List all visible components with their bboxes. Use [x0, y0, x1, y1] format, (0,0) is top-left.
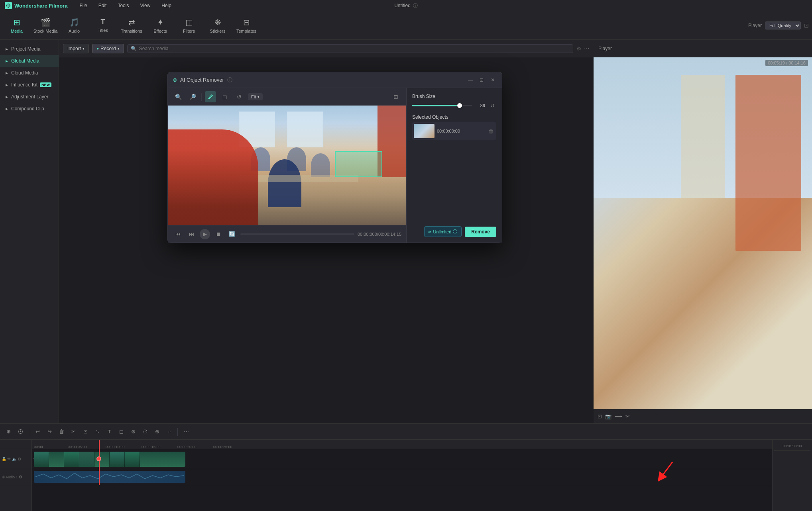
- track-eye-icon[interactable]: 👁: [7, 457, 11, 461]
- vc-stop[interactable]: ⏹: [213, 229, 224, 239]
- sidebar-project-media-label: Project Media: [11, 46, 40, 52]
- brush-slider-row: 86 ↺: [412, 102, 496, 110]
- tl-mask[interactable]: ◻: [116, 427, 126, 437]
- toolbar-transitions-label: Transitions: [121, 29, 142, 33]
- menu-help[interactable]: Help: [159, 2, 174, 9]
- stickers-icon: ❋: [214, 18, 221, 27]
- video-track-controls: 🔒 👁 🔈 ⚙: [0, 449, 31, 469]
- sidebar-compound-clip[interactable]: ▶ Compound Clip: [0, 103, 59, 115]
- vt-reset[interactable]: ↺: [234, 91, 245, 102]
- filter-icon[interactable]: ⚙: [576, 45, 582, 52]
- unlimited-info-icon[interactable]: ⓘ: [453, 229, 457, 235]
- tl-speed[interactable]: ⏱: [140, 427, 150, 437]
- toolbar-templates[interactable]: ⊟ Templates: [233, 14, 260, 37]
- tl-split[interactable]: ⇋: [92, 427, 102, 437]
- vc-timeline-bar[interactable]: [240, 233, 354, 235]
- sidebar-cloud-media[interactable]: ▶ Cloud Media: [0, 67, 59, 79]
- tl-more[interactable]: ⋯: [181, 427, 191, 437]
- transitions-icon: ⇄: [128, 18, 135, 27]
- tl-magnet[interactable]: ⦿: [15, 427, 26, 437]
- preview-footer-icon-fit[interactable]: ⊡: [598, 413, 602, 419]
- menu-file[interactable]: File: [77, 2, 89, 9]
- vt-fit-dropdown[interactable]: Fit ▾: [248, 93, 263, 100]
- timeline: ⊕ ⦿ ↩ ↪ 🗑 ✂ ⊡ ⇋ T ◻ ⊛ ⏱ ⊕ ↔ ⋯ 🔒 👁 🔈 ⚙: [0, 423, 812, 511]
- toolbar-audio[interactable]: 🎵 Audio: [61, 14, 88, 37]
- toolbar-effects[interactable]: ✦ Effects: [147, 14, 174, 37]
- tl-delete[interactable]: 🗑: [56, 427, 67, 437]
- track-audio-icon[interactable]: 🔈: [12, 457, 17, 461]
- vt-brush[interactable]: [205, 91, 216, 102]
- menu-edit[interactable]: Edit: [96, 2, 109, 9]
- vt-fullscreen[interactable]: ⊡: [390, 91, 401, 102]
- brush-value: 86: [476, 103, 485, 108]
- tl-cut[interactable]: ✂: [68, 427, 79, 437]
- preview-footer-icon-forward[interactable]: ⟶: [615, 413, 622, 419]
- sidebar-global-media-label: Global Media: [11, 58, 39, 64]
- unlimited-icon: ∞: [429, 229, 432, 234]
- window-controls-icon[interactable]: ⊡: [804, 22, 809, 29]
- vc-skip-back[interactable]: ⏮: [173, 229, 183, 239]
- record-button[interactable]: ● Record ▾: [92, 44, 124, 53]
- import-button[interactable]: Import ▾: [63, 44, 89, 53]
- ai-selection-box: [335, 151, 383, 177]
- vt-sep-1: [201, 93, 202, 101]
- sidebar-global-media[interactable]: ▶ Global Media: [0, 55, 59, 67]
- track-area: Video 1: [32, 449, 772, 511]
- toolbar-transitions[interactable]: ⇄ Transitions: [118, 14, 145, 37]
- quality-select[interactable]: Full Quality 1/2 Quality 1/4 Quality: [765, 22, 801, 29]
- more-icon[interactable]: ⋯: [584, 45, 590, 52]
- brush-reset-btn[interactable]: ↺: [488, 102, 496, 110]
- brush-slider[interactable]: [412, 105, 472, 106]
- search-box[interactable]: 🔍: [127, 44, 573, 53]
- vt-eraser[interactable]: ◻: [219, 91, 230, 102]
- sidebar-project-media[interactable]: ▶ Project Media: [0, 43, 59, 55]
- toolbar-titles[interactable]: T Titles: [89, 14, 116, 37]
- unlimited-label: Unlimited: [433, 229, 451, 234]
- tl-crop[interactable]: ⊡: [80, 427, 90, 437]
- preview-footer-icon-clip[interactable]: ✂: [625, 413, 630, 419]
- search-input[interactable]: [139, 46, 570, 51]
- vc-play[interactable]: ▶: [200, 229, 210, 239]
- tl-stabilize[interactable]: ⊛: [128, 427, 138, 437]
- toolbar-stock[interactable]: 🎬 Stock Media: [32, 14, 59, 37]
- fit-label: Fit: [251, 94, 256, 99]
- remove-button[interactable]: Remove: [465, 227, 496, 237]
- audio-settings-icon[interactable]: ⚙: [19, 475, 22, 479]
- dialog-minimize-btn[interactable]: —: [466, 76, 475, 84]
- track-lock-icon[interactable]: 🔒: [2, 457, 6, 461]
- menu-view[interactable]: View: [138, 2, 153, 9]
- video-clip[interactable]: [34, 452, 185, 467]
- dialog-close-btn[interactable]: ✕: [488, 76, 497, 84]
- tl-text[interactable]: T: [104, 427, 114, 437]
- obj-delete-btn-1[interactable]: 🗑: [487, 127, 495, 135]
- vc-step-back[interactable]: ⏭: [186, 229, 197, 239]
- vt-zoom-out[interactable]: 🔍: [173, 91, 184, 102]
- tl-zoom[interactable]: ⊕: [152, 427, 162, 437]
- dialog-video-frame: [168, 106, 406, 225]
- ruler-25: 00:00:25:00: [213, 445, 232, 449]
- vc-loop[interactable]: 🔄: [227, 229, 237, 239]
- toolbar-media-label: Media: [11, 29, 23, 33]
- toolbar-filters[interactable]: ◫ Filters: [175, 14, 203, 37]
- audio-add-icon[interactable]: ⊕: [2, 475, 5, 479]
- vt-zoom-in[interactable]: 🔎: [187, 91, 198, 102]
- track-settings-icon[interactable]: ⚙: [18, 457, 21, 461]
- expand-icon: ▶: [6, 47, 8, 51]
- record-label: Record: [100, 46, 116, 51]
- preview-footer-icon-snapshot[interactable]: 📷: [605, 413, 611, 419]
- record-icon: ●: [96, 46, 99, 51]
- sidebar-cloud-media-label: Cloud Media: [11, 70, 38, 76]
- tl-add-track[interactable]: ⊕: [3, 427, 14, 437]
- dialog-info-icon[interactable]: ⓘ: [227, 76, 232, 84]
- tl-redo[interactable]: ↪: [44, 427, 55, 437]
- dialog-video-controls: ⏮ ⏭ ▶ ⏹ 🔄 00:00:000/00:00:14:15: [168, 225, 406, 243]
- selected-obj-item-1[interactable]: 00:00:00:00 🗑: [412, 122, 496, 140]
- dialog-maximize-btn[interactable]: ⊡: [477, 76, 486, 84]
- tl-undo[interactable]: ↩: [32, 427, 43, 437]
- toolbar-media[interactable]: ⊞ Media: [3, 14, 30, 37]
- sidebar-adjustment-layer[interactable]: ▶ Adjustment Layer: [0, 91, 59, 103]
- sidebar-influence-kit[interactable]: ▶ Influence Kit NEW: [0, 79, 59, 91]
- tl-fit-track[interactable]: ↔: [164, 427, 174, 437]
- toolbar-stickers[interactable]: ❋ Stickers: [204, 14, 231, 37]
- menu-tools[interactable]: Tools: [115, 2, 131, 9]
